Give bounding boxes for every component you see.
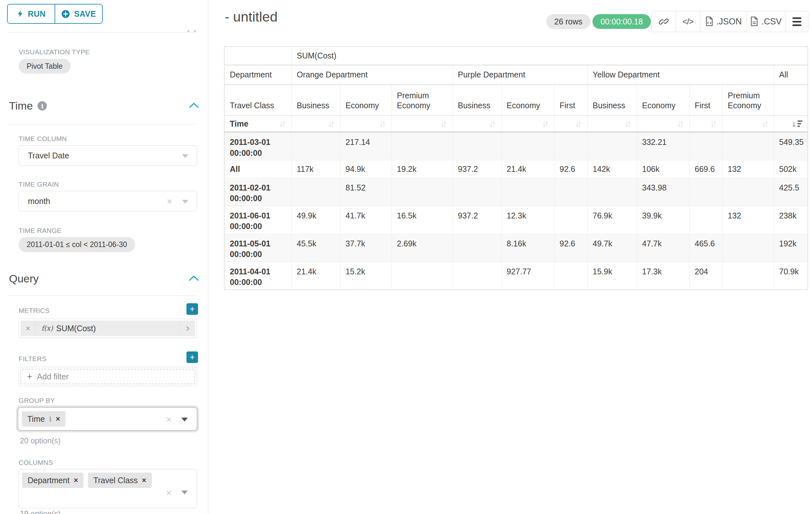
clear-icon[interactable]: × [167, 197, 172, 206]
cell: 238k [774, 206, 808, 234]
code-icon: </> [682, 17, 694, 27]
sort-icon[interactable]: ↓↑ [542, 119, 549, 128]
clear-icon[interactable]: × [166, 488, 172, 497]
sort-header-cell: ↓↑ [501, 116, 554, 132]
cell: 425.5 [774, 178, 808, 206]
cell: 81.52 [340, 178, 392, 206]
sort-icon[interactable]: ↓↑ [279, 119, 286, 128]
sort-icon[interactable]: ↓↑ [440, 119, 447, 128]
group-by-options-hint: 20 option(s) [20, 436, 61, 445]
metric-pill[interactable]: × f(x) SUM(Cost) › [21, 321, 195, 336]
columns-chip-department[interactable]: Department × [22, 472, 83, 488]
export-csv-button[interactable]: .CSV [747, 11, 785, 32]
cell: 49.9k [291, 206, 340, 234]
chevron-right-icon[interactable]: › [180, 321, 195, 336]
save-button[interactable]: SAVE [55, 4, 102, 23]
cell: 15.9k [587, 262, 637, 290]
chevron-down-icon[interactable] [182, 200, 188, 204]
explore-control-panel: Chart Type RUN SAVE VISUALIZATION TYPE P… [0, 0, 208, 514]
sort-icon[interactable]: ↓↑ [677, 119, 684, 128]
corner-cell [224, 47, 291, 65]
columns-select[interactable]: Department × Travel Class × × [19, 469, 197, 508]
chip-close-icon[interactable]: × [56, 415, 60, 424]
visualization-type-pill[interactable]: Pivot Table [19, 59, 70, 74]
remove-metric-icon[interactable]: × [21, 321, 36, 336]
filters-container: + Add filter [19, 367, 197, 386]
copy-link-button[interactable] [651, 11, 675, 32]
time-column-value: Travel Date [28, 151, 69, 160]
sort-icon[interactable]: ↓↑ [328, 119, 335, 128]
sort-icon[interactable]: ↓↑ [489, 119, 496, 128]
cell [722, 132, 774, 160]
filters-label: FILTERS [19, 355, 47, 363]
cell [453, 234, 501, 262]
sort-header-cell: ↓↑ [392, 116, 453, 132]
chevron-up-icon[interactable] [189, 275, 199, 281]
time-range-pill[interactable]: 2011-01-01 ≤ col < 2011-06-30 [19, 237, 135, 252]
cell [722, 178, 774, 206]
cell: 343.98 [637, 178, 689, 206]
sort-icon[interactable]: ↓↑ [379, 119, 386, 128]
cell: 117k [291, 160, 340, 178]
time-column-label: TIME COLUMN [19, 135, 67, 143]
cell: 192k [774, 234, 808, 262]
group-by-select[interactable]: Time i × × [18, 407, 197, 431]
group-by-label: GROUP BY [19, 397, 55, 404]
cell [453, 178, 501, 206]
export-json-button[interactable]: .JSON [700, 11, 747, 32]
metrics-container: × f(x) SUM(Cost) › [19, 319, 197, 338]
cell: 669.6 [689, 160, 722, 178]
cell: 465.6 [689, 234, 722, 262]
time-column-select[interactable]: Travel Date [19, 145, 197, 166]
subheader: Economy [501, 84, 554, 116]
group-by-chip-time[interactable]: Time i × [22, 411, 65, 427]
run-button-label: RUN [28, 9, 46, 19]
sort-icon[interactable]: ↓↑ [762, 119, 769, 128]
add-metric-button[interactable]: + [186, 303, 198, 315]
row-label: 2011-03-01 00:00:00 [224, 132, 291, 160]
add-filter-button[interactable]: + [186, 351, 198, 363]
chart-title[interactable]: - untitled [225, 9, 278, 25]
columns-chip-travel-class[interactable]: Travel Class × [88, 472, 151, 488]
row-label: 2011-05-01 00:00:00 [224, 234, 291, 262]
run-button[interactable]: RUN [8, 4, 55, 23]
cell [554, 178, 587, 206]
cell [392, 178, 453, 206]
cell [587, 178, 637, 206]
view-query-button[interactable]: </> [675, 11, 700, 32]
chevron-up-icon[interactable] [189, 102, 199, 109]
subheader: Economy [340, 84, 392, 116]
chip-close-icon[interactable]: × [142, 476, 146, 485]
table-row: 2011-02-01 00:00:00 81.52 343.98 425.5 [224, 178, 808, 206]
chevron-down-icon[interactable] [182, 154, 188, 158]
chevron-down-icon[interactable] [181, 491, 188, 494]
row-label: 2011-06-01 00:00:00 [224, 206, 291, 234]
sort-header-cell: ↓↑ [453, 116, 501, 132]
add-filter-text: Add filter [37, 372, 69, 381]
cell [722, 262, 774, 290]
metric-header: SUM(Cost) [291, 47, 808, 65]
add-filter-dropzone[interactable]: + Add filter [21, 369, 195, 384]
chart-menu-button[interactable] [785, 11, 808, 32]
visualization-type-label: VISUALIZATION TYPE [19, 48, 90, 56]
cell: 15.2k [340, 262, 392, 290]
subheader: First [554, 84, 587, 116]
clear-icon[interactable]: × [166, 415, 172, 424]
chevron-down-icon[interactable] [181, 417, 188, 422]
cell [554, 262, 587, 290]
chip-close-icon[interactable]: × [74, 476, 78, 485]
cell: 217.14 [340, 132, 392, 160]
travel-class-header-row: Travel Class Business Economy Premium Ec… [224, 84, 808, 116]
time-grain-select[interactable]: month × [19, 191, 197, 211]
cell: 21.4k [291, 262, 340, 290]
cell [554, 132, 587, 160]
sort-icon[interactable]: ↓↑ [625, 119, 632, 128]
metric-label: f(x) SUM(Cost) [36, 321, 180, 336]
cell: 92.6 [554, 160, 587, 178]
cell: 92.6 [554, 234, 587, 262]
sort-descending-icon[interactable]: ↓ [792, 119, 802, 128]
cell: 45.5k [291, 234, 340, 262]
sort-icon[interactable]: ↓↑ [575, 119, 582, 128]
sort-header-cell: ↓↑ [587, 116, 637, 132]
sort-icon[interactable]: ↓↑ [710, 119, 717, 128]
